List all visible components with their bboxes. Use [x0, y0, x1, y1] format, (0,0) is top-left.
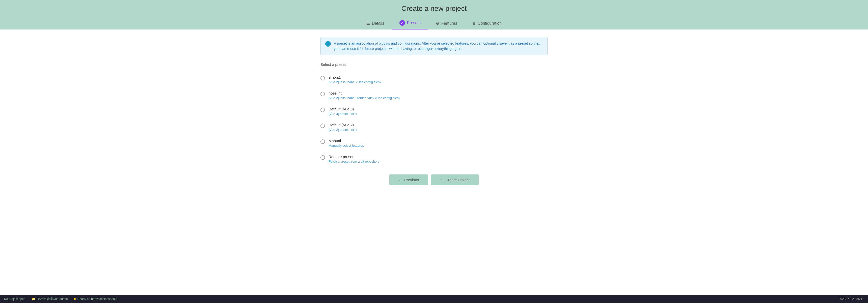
preset-name-remote: Remote preset	[329, 155, 379, 159]
preset-desc-default-vue3: [Vue 3] babel, eslint	[329, 112, 357, 116]
preset-radio-shaka1[interactable]	[320, 76, 325, 80]
create-project-button[interactable]: ✓ Create Project	[431, 174, 479, 185]
bottom-bar: ← Previous ✓ Create Project	[320, 167, 548, 190]
info-banner: i A preset is an association of plugins …	[320, 37, 548, 55]
ready-label: Ready on http://localhost:8000	[77, 297, 118, 301]
info-text: A preset is an association of plugins an…	[334, 41, 543, 52]
status-bar: No project open 📁 D:\后台管理\vue-admin Read…	[0, 295, 868, 303]
preset-desc-remote: Fetch a preset from a git repository	[329, 160, 379, 163]
previous-label: Previous	[404, 178, 419, 182]
preset-item-default-vue3[interactable]: Default (Vue 3) [Vue 3] babel, eslint	[320, 103, 548, 119]
tab-configuration[interactable]: ⊕ Configuration	[465, 18, 509, 30]
preset-desc-shaka1: [Vue 2] less, babel (Use config files)	[329, 80, 381, 84]
tab-presets-label: Presets	[407, 21, 421, 25]
no-project-label: No project open	[4, 297, 26, 301]
info-icon: i	[325, 41, 331, 47]
tab-features-label: Features	[441, 21, 457, 26]
main-content: i A preset is an association of plugins …	[0, 30, 868, 295]
tab-presets[interactable]: ✓ Presets	[392, 17, 428, 30]
tab-details[interactable]: ☰ Details	[359, 18, 392, 30]
preset-radio-noeslint[interactable]	[320, 92, 325, 96]
preset-radio-manual[interactable]	[320, 139, 325, 144]
content-area: i A preset is an association of plugins …	[320, 37, 548, 190]
create-label: Create Project	[445, 178, 470, 182]
tabs-nav: ☰ Details ✓ Presets ⚙ Features ⊕ Configu…	[359, 17, 509, 30]
path-label: D:\后台管理\vue-admin	[37, 297, 68, 301]
details-icon: ☰	[366, 21, 370, 26]
preset-item-shaka1[interactable]: shaka1 [Vue 2] less, babel (Use config f…	[320, 72, 548, 88]
preset-name-default-vue2: Default (Vue 2)	[329, 123, 357, 127]
tab-configuration-label: Configuration	[478, 21, 502, 26]
preset-item-default-vue2[interactable]: Default (Vue 2) [Vue 2] babel, eslint	[320, 119, 548, 135]
ready-dot	[74, 298, 76, 300]
preset-desc-manual: Manually select features	[329, 144, 364, 147]
tab-details-label: Details	[372, 21, 384, 26]
page-title: Create a new project	[401, 4, 467, 12]
preset-radio-remote[interactable]	[320, 155, 325, 160]
previous-arrow-icon: ←	[398, 178, 402, 182]
folder-icon: 📁	[32, 297, 35, 301]
path-status: 📁 D:\后台管理\vue-admin	[32, 297, 68, 301]
preset-radio-default-vue2[interactable]	[320, 124, 325, 128]
section-title: Select a preset	[320, 62, 548, 67]
preset-desc-default-vue2: [Vue 2] babel, eslint	[329, 128, 357, 132]
preset-list: shaka1 [Vue 2] less, babel (Use config f…	[320, 72, 548, 167]
preset-item-remote[interactable]: Remote preset Fetch a preset from a git …	[320, 151, 548, 167]
datetime-label: 2023/1/3, 21:56:11	[839, 297, 864, 301]
ready-status: Ready on http://localhost:8000	[74, 297, 118, 301]
preset-name-shaka1: shaka1	[329, 75, 381, 79]
no-project-status: No project open	[4, 297, 26, 301]
configuration-icon: ⊕	[472, 21, 476, 26]
preset-desc-noeslint: [Vue 2] less, babel, router, vuex (Use c…	[329, 96, 400, 100]
preset-item-manual[interactable]: Manual Manually select features	[320, 135, 548, 151]
presets-check-icon: ✓	[399, 20, 405, 26]
header: Create a new project ☰ Details ✓ Presets…	[0, 0, 868, 30]
tab-features[interactable]: ⚙ Features	[428, 18, 465, 30]
features-icon: ⚙	[436, 21, 439, 26]
preset-name-default-vue3: Default (Vue 3)	[329, 107, 357, 111]
preset-name-noeslint: noeslint	[329, 91, 400, 95]
create-check-icon: ✓	[440, 177, 443, 182]
status-right: 2023/1/3, 21:56:11	[839, 297, 864, 301]
previous-button[interactable]: ← Previous	[389, 174, 428, 185]
preset-radio-default-vue3[interactable]	[320, 108, 325, 112]
preset-item-noeslint[interactable]: noeslint [Vue 2] less, babel, router, vu…	[320, 88, 548, 103]
preset-name-manual: Manual	[329, 139, 364, 143]
